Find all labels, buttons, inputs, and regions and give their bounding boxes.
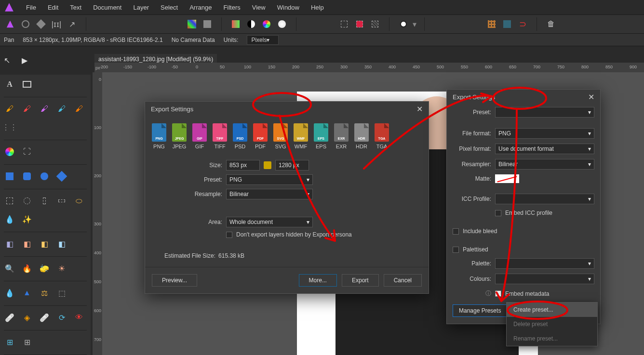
menu-filters[interactable]: Filters — [223, 4, 240, 11]
grid-tool-icon[interactable]: ⊞ — [21, 336, 33, 348]
menu-edit[interactable]: Edit — [48, 4, 58, 11]
selection-add-icon[interactable] — [353, 18, 366, 30]
format-tga[interactable]: TGATGA — [375, 123, 389, 149]
format-psd[interactable]: PSDPSD — [233, 123, 247, 149]
menu-file[interactable]: File — [26, 4, 36, 11]
eyedropper-icon[interactable]: 💧 — [4, 213, 15, 225]
artistic-text-tool-icon[interactable]: A — [4, 79, 15, 90]
background-eraser-icon[interactable]: ◧ — [21, 238, 33, 250]
burn-tool-icon[interactable]: 🔥 — [21, 263, 33, 274]
magic-wand-icon[interactable]: ✨ — [21, 213, 33, 225]
perspective-icon[interactable]: ⚖ — [39, 287, 50, 299]
format-tiff[interactable]: TIFFTIFF — [213, 123, 227, 149]
patch-tool-icon[interactable]: ◈ — [21, 312, 33, 323]
close-icon[interactable]: ✕ — [416, 105, 423, 114]
hidden-layers-checkbox[interactable] — [226, 232, 232, 238]
selection-grid-icon[interactable] — [369, 18, 381, 30]
preview-button[interactable]: Preview... — [152, 274, 197, 287]
close-icon[interactable]: ✕ — [588, 92, 594, 102]
auto-levels-icon[interactable] — [229, 18, 242, 30]
paint-brush-icon[interactable]: 🖌 — [4, 103, 15, 115]
format-hdr[interactable]: HDRHDR — [354, 123, 369, 149]
auto-contrast-icon[interactable] — [245, 18, 257, 30]
area-select[interactable]: Whole document▾ — [226, 217, 313, 227]
marquee-ellipse-icon[interactable] — [21, 195, 33, 207]
gradient-tool-icon[interactable] — [4, 146, 15, 158]
cancel-button[interactable]: Cancel — [384, 274, 422, 287]
paint-brush2-icon[interactable]: 🖌 — [73, 103, 85, 115]
preset-select[interactable]: ▾ — [495, 107, 594, 118]
marquee-row-icon[interactable] — [56, 195, 67, 207]
snap-icon[interactable] — [501, 18, 513, 30]
ellipse-shape-icon[interactable] — [39, 171, 50, 182]
blend-icon[interactable] — [201, 18, 214, 30]
format-wmf[interactable]: WMFWMF — [294, 123, 308, 149]
more-button[interactable]: More... — [299, 274, 337, 287]
blemish-tool-icon[interactable]: 🩹 — [39, 312, 50, 323]
manage-presets-button[interactable]: Manage Presets — [453, 304, 507, 317]
grid-align-icon[interactable] — [485, 18, 498, 30]
color-swatch-icon[interactable] — [186, 18, 198, 30]
menu-layer[interactable]: Layer — [133, 4, 149, 11]
menu-text[interactable]: Text — [70, 4, 81, 11]
size-width-input[interactable] — [226, 160, 260, 171]
arrow-cursor-icon[interactable]: ↖ — [4, 56, 10, 65]
trash-icon[interactable]: 🗑 — [545, 18, 557, 30]
menu-arrange[interactable]: Arrange — [189, 4, 212, 11]
lasso-tool-icon[interactable]: ⬭ — [73, 195, 85, 207]
eraser2-icon[interactable]: ◧ — [56, 238, 67, 250]
marquee-column-icon[interactable] — [39, 195, 50, 207]
mesh-warp-icon[interactable]: ⬚ — [56, 287, 67, 299]
tone-persona-icon[interactable]: |ɪɪ| — [50, 18, 63, 30]
rounded-rect-icon[interactable] — [21, 171, 33, 182]
dodge-tool-icon[interactable]: ☀ — [56, 263, 67, 274]
sponge-tool-icon[interactable]: 🧽 — [39, 263, 50, 274]
fileformat-select[interactable]: PNG▾ — [495, 128, 594, 139]
photo-persona-icon[interactable] — [4, 18, 16, 30]
triangle-shape-icon[interactable] — [56, 171, 67, 182]
matte-swatch[interactable] — [495, 174, 519, 183]
zoom-tool-icon[interactable]: 🔍 — [4, 263, 15, 274]
mesh-tool-icon[interactable]: ⊞ — [4, 336, 15, 348]
resample-select[interactable]: Bilinear▾ — [226, 189, 313, 199]
lock-aspect-icon[interactable] — [264, 161, 271, 169]
frame-text-tool-icon[interactable] — [21, 79, 33, 90]
mask-icon[interactable] — [397, 18, 410, 30]
format-png[interactable]: PNGPNG — [152, 123, 166, 149]
export-button[interactable]: Export — [342, 274, 379, 287]
menu-select[interactable]: Select — [161, 4, 178, 11]
blur-tool-icon[interactable]: 💧 — [4, 287, 15, 299]
eraser-icon[interactable]: ◧ — [4, 238, 15, 250]
healing-brush-icon[interactable]: 🩹 — [4, 312, 15, 323]
menu-window[interactable]: Window — [277, 4, 299, 11]
size-height-input[interactable] — [275, 160, 309, 171]
develop-persona-icon[interactable] — [35, 18, 47, 30]
resampler-select[interactable]: Bilinear▾ — [495, 159, 594, 170]
format-svg[interactable]: SVGSVG — [273, 123, 288, 149]
format-gif[interactable]: GIFGIF — [192, 123, 207, 149]
units-select[interactable]: Pixels ▾ — [247, 35, 279, 45]
magnet-icon[interactable]: ⊃ — [516, 18, 529, 30]
format-exr[interactable]: EXREXR — [334, 123, 349, 149]
auto-white-icon[interactable] — [276, 18, 288, 30]
move-cursor-icon[interactable]: ▶ — [22, 56, 27, 65]
sharpen-tool-icon[interactable]: ▲ — [21, 287, 33, 299]
more-tools-icon[interactable]: ⋮⋮ — [4, 121, 15, 133]
icc-select[interactable]: ▾ — [495, 194, 594, 204]
palettised-checkbox[interactable] — [453, 247, 459, 253]
pixelformat-select[interactable]: Use document format▾ — [495, 144, 594, 154]
liquify-persona-icon[interactable] — [19, 18, 32, 30]
menu-view[interactable]: View — [252, 4, 266, 11]
redeye-tool-icon[interactable]: 👁 — [73, 312, 85, 323]
marquee-rect-icon[interactable] — [4, 195, 15, 207]
auto-colors-icon[interactable] — [260, 18, 273, 30]
rectangle-shape-icon[interactable] — [4, 171, 15, 182]
menu-document[interactable]: Document — [93, 4, 121, 11]
embed-icc-checkbox[interactable] — [495, 210, 501, 216]
color-replace-icon[interactable]: 🖌 — [39, 103, 50, 115]
include-bleed-checkbox[interactable] — [453, 228, 459, 235]
format-eps[interactable]: EPSEPS — [314, 123, 328, 149]
inpainting-icon[interactable]: ⟳ — [56, 312, 67, 323]
crop-tool-icon[interactable]: ⛶ — [21, 146, 33, 158]
pixel-brush-icon[interactable]: 🖌 — [21, 103, 33, 115]
